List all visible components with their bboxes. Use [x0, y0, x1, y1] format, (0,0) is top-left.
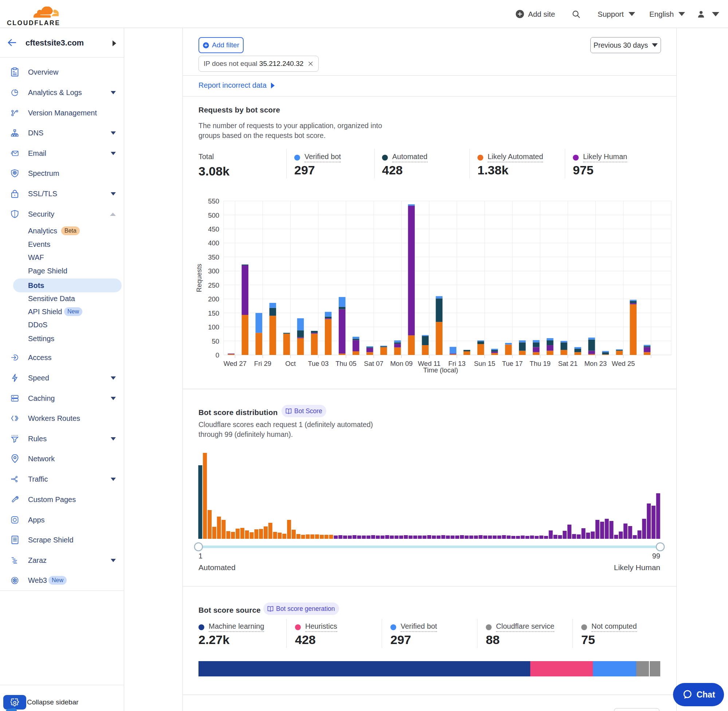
svg-text:Thu 05: Thu 05: [335, 360, 357, 367]
svg-text:150: 150: [208, 310, 219, 317]
svg-text:Time (local): Time (local): [423, 366, 458, 374]
svg-text:0: 0: [216, 351, 219, 359]
svg-text:Thu 19: Thu 19: [530, 360, 551, 367]
svg-text:350: 350: [208, 254, 219, 261]
svg-text:Mon 09: Mon 09: [390, 360, 413, 367]
svg-text:400: 400: [208, 239, 219, 247]
svg-text:200: 200: [208, 295, 219, 303]
svg-text:250: 250: [208, 282, 219, 289]
svg-text:Tue 03: Tue 03: [308, 360, 328, 367]
svg-text:450: 450: [208, 225, 219, 233]
svg-text:550: 550: [208, 197, 219, 205]
svg-text:Tue 17: Tue 17: [502, 360, 523, 367]
svg-text:Requests: Requests: [195, 264, 203, 292]
svg-text:Wed 27: Wed 27: [224, 360, 247, 367]
svg-text:100: 100: [208, 323, 219, 331]
svg-text:500: 500: [208, 211, 219, 219]
svg-text:Sat 07: Sat 07: [364, 360, 384, 367]
svg-text:300: 300: [208, 267, 219, 275]
svg-text:Fri 29: Fri 29: [254, 360, 271, 367]
svg-text:Sat 21: Sat 21: [558, 360, 577, 367]
svg-text:Oct: Oct: [285, 360, 296, 367]
svg-text:50: 50: [211, 338, 219, 345]
svg-text:Sun 15: Sun 15: [474, 360, 495, 367]
svg-text:Mon 23: Mon 23: [584, 360, 607, 367]
svg-text:Wed 25: Wed 25: [612, 360, 635, 367]
